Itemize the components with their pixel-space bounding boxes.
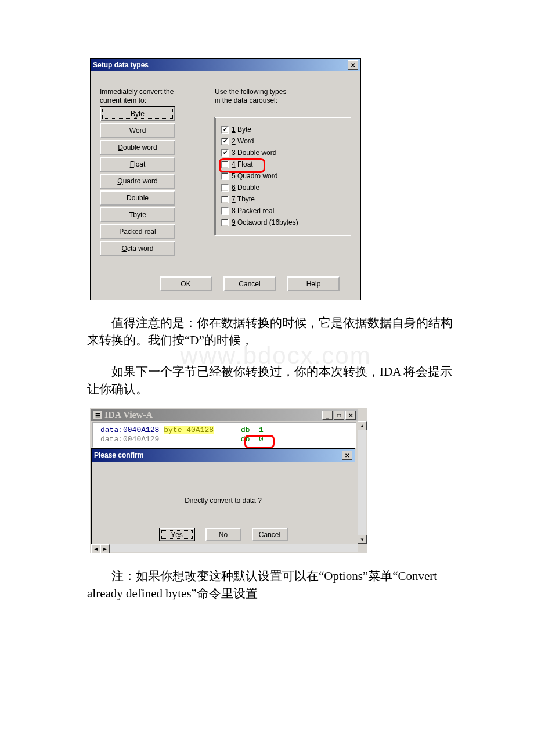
confirm-dialog: Please confirm ✕ Directly convert to dat… (91, 448, 355, 552)
confirm-message: Directly convert to data ? (98, 467, 349, 528)
word-button[interactable]: Word (100, 123, 175, 138)
no-button[interactable]: No (205, 528, 241, 541)
yes-button[interactable]: Yes (159, 528, 195, 541)
ida-titlebar: ☰ IDA View-A _ □ ✕ (91, 409, 358, 421)
body-paragraph-2: 如果下一个字节已经被你转换过，你的本次转换，IDA 将会提示让你确认。 (87, 363, 464, 398)
horizontal-scrollbar[interactable]: ◀ ▶ (91, 544, 358, 552)
check-packed-real[interactable]: 8 Packed real (221, 205, 344, 217)
check-tbyte[interactable]: 7 Tbyte (221, 193, 344, 205)
cancel-button[interactable]: Cancel (252, 528, 288, 541)
scroll-down-icon[interactable]: ▼ (358, 535, 367, 544)
dialog-title: Setup data types (93, 61, 347, 69)
close-icon[interactable]: ✕ (348, 60, 358, 70)
help-button[interactable]: Help (287, 276, 340, 291)
highlight-ring-icon (244, 435, 275, 448)
ida-disassembly[interactable]: data:0040A128 byte_40A128 db 1 data:0040… (92, 422, 356, 448)
dialog-titlebar: Setup data types ✕ (91, 59, 360, 71)
byte-button[interactable]: Byte (100, 106, 175, 121)
quadro-word-button[interactable]: Quadro word (100, 174, 175, 189)
scroll-up-icon[interactable]: ▲ (358, 421, 367, 430)
close-icon[interactable]: ✕ (345, 411, 356, 420)
minimize-icon[interactable]: _ (322, 411, 333, 420)
cancel-button[interactable]: Cancel (223, 276, 276, 291)
scroll-right-icon[interactable]: ▶ (100, 544, 110, 553)
ok-button[interactable]: OK (160, 276, 212, 291)
body-paragraph-3: 注：如果你想改变这种默认设置可以在“Options”菜单“Convert alr… (87, 567, 464, 602)
carousel-groupbox: ✔1 Byte ✔2 Word ✔3 Double word 4 Float 5… (215, 117, 351, 236)
check-word[interactable]: ✔2 Word (221, 135, 344, 147)
window-icon: ☰ (93, 411, 102, 419)
octa-word-button[interactable]: Octa word (100, 241, 175, 256)
float-button[interactable]: Float (100, 157, 175, 172)
body-paragraph-1: 值得注意的是：你在数据转换的时候，它是依据数据自身的结构来转换的。我们按“D”的… (87, 314, 464, 349)
tbyte-button[interactable]: Tbyte (100, 207, 175, 222)
check-byte[interactable]: ✔1 Byte (221, 124, 344, 135)
double-button[interactable]: Double (100, 190, 175, 206)
check-quadro-word[interactable]: 5 Quadro word (221, 170, 344, 182)
setup-data-types-dialog: Setup data types ✕ Immediately convert t… (90, 58, 361, 300)
confirm-title: Please confirm (94, 451, 341, 459)
ida-title: IDA View-A (104, 410, 321, 420)
left-label: Immediately convert the current item to: (100, 88, 204, 105)
right-label: Use the following types in the data caro… (215, 88, 351, 105)
close-icon[interactable]: ✕ (342, 451, 352, 460)
check-octaword[interactable]: 9 Octaword (16bytes) (221, 217, 344, 228)
double-word-button[interactable]: Double word (100, 140, 175, 155)
check-double[interactable]: 6 Double (221, 182, 344, 193)
check-double-word[interactable]: ✔3 Double word (221, 147, 344, 159)
confirm-titlebar: Please confirm ✕ (92, 449, 355, 462)
check-float[interactable]: 4 Float (221, 159, 344, 170)
packed-real-button[interactable]: Packed real (100, 224, 175, 239)
scroll-left-icon[interactable]: ◀ (91, 544, 100, 553)
vertical-scrollbar[interactable]: ▲ ▼ (358, 421, 366, 544)
maximize-icon[interactable]: □ (334, 411, 344, 420)
ida-view-window: ☰ IDA View-A _ □ ✕ data:0040A128 byte_40… (90, 408, 367, 553)
